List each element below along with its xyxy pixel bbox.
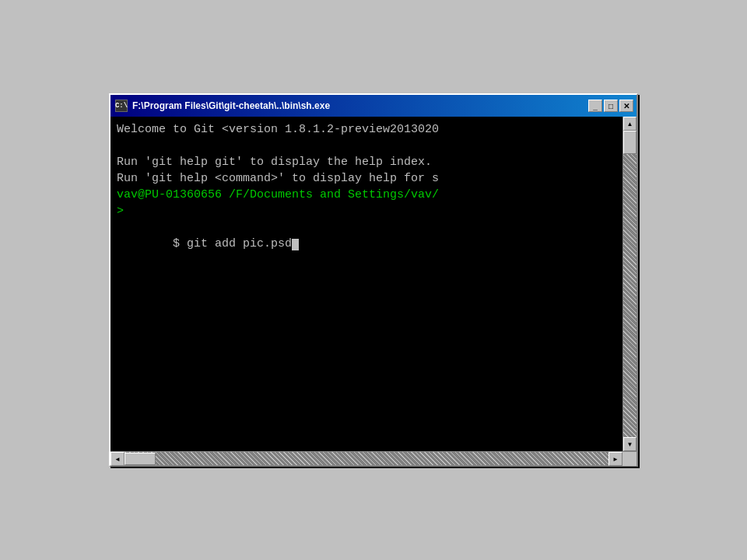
scroll-up-button[interactable]: ▲ [623,117,637,131]
window-title: F:\Program Files\Git\git-cheetah\..\bin\… [132,100,330,111]
title-buttons: _ □ ✕ [588,100,633,112]
title-bar: C:\ F:\Program Files\Git\git-cheetah\..\… [110,95,637,117]
minimize-button[interactable]: _ [588,100,602,112]
cursor [292,239,299,250]
terminal-window: C:\ F:\Program Files\Git\git-cheetah\..\… [109,93,638,467]
maximize-button[interactable]: □ [604,100,618,112]
scroll-track-h[interactable] [124,452,608,465]
terminal-line-4: Run 'git help <command>' to display help… [117,170,616,187]
terminal-content[interactable]: Welcome to Git <version 1.8.1.2-preview2… [110,117,622,451]
terminal-line-6: > [117,203,616,219]
terminal-line-3: Run 'git help git' to display the help i… [117,154,616,170]
terminal-wrapper: Welcome to Git <version 1.8.1.2-preview2… [110,117,637,451]
scroll-thumb-v[interactable] [623,131,637,154]
scrollbar-corner [622,452,637,466]
terminal-line-2 [117,138,616,154]
window-icon: C:\ [115,100,128,112]
scroll-thumb-h[interactable] [124,453,156,465]
terminal-line-7: $ git add pic.psd [117,219,616,268]
scroll-down-button[interactable]: ▼ [623,437,637,451]
close-button[interactable]: ✕ [619,100,633,112]
scroll-right-button[interactable]: ► [608,452,622,466]
scroll-left-button[interactable]: ◄ [110,452,124,466]
scroll-track-v[interactable] [623,131,637,437]
terminal-line-5: vav@PU-01360656 /F/Documents and Setting… [117,187,616,203]
bottom-area: ◄ ► [110,451,637,465]
title-bar-left: C:\ F:\Program Files\Git\git-cheetah\..\… [115,100,330,112]
vertical-scrollbar: ▲ ▼ [622,117,637,451]
terminal-line-1: Welcome to Git <version 1.8.1.2-preview2… [117,121,616,138]
